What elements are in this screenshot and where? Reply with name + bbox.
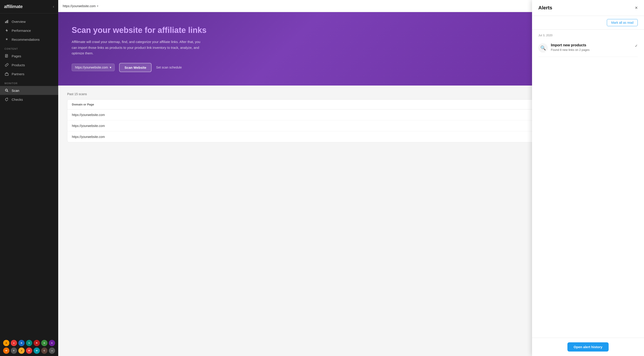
- sidebar-item-label: Pages: [12, 54, 21, 58]
- partner-logo-3[interactable]: B: [18, 340, 25, 346]
- alert-item: 🔍 Import new products Found 8 new links …: [538, 39, 638, 57]
- sidebar-item-label: Overview: [12, 20, 26, 24]
- table-cell-url: https://yourwebsite.com: [72, 135, 599, 138]
- sidebar-item-label: Recommendations: [12, 38, 40, 42]
- app-logo: affilimate: [4, 4, 22, 9]
- table-cell-url: https://yourwebsite.com: [72, 124, 599, 128]
- alert-item-description: Found 8 new links on 2 pages: [551, 48, 632, 52]
- svg-rect-9: [5, 74, 8, 76]
- alert-check-icon: ✓: [635, 44, 638, 48]
- alerts-toolbar: Mark all as read: [532, 16, 644, 30]
- scan-website-button[interactable]: Scan Website: [119, 63, 152, 72]
- sidebar-item-recommendations[interactable]: Recommendations: [0, 35, 58, 44]
- alerts-close-button[interactable]: ×: [635, 5, 638, 11]
- url-chevron-icon: ▾: [97, 4, 98, 8]
- alert-search-icon: 🔍: [538, 43, 548, 52]
- svg-marker-3: [6, 29, 8, 32]
- sidebar-item-label: Partners: [12, 72, 24, 76]
- sidebar-header: affilimate ‹: [0, 0, 58, 14]
- alerts-body: Jul 3, 2020 🔍 Import new products Found …: [532, 30, 644, 338]
- alerts-panel-title: Alerts: [538, 5, 552, 11]
- partner-logo-12[interactable]: M: [34, 348, 40, 354]
- sidebar-item-partners[interactable]: Partners: [0, 70, 58, 78]
- search-icon: [4, 88, 9, 93]
- sidebar-item-scan[interactable]: Scan: [0, 86, 58, 95]
- refresh-icon: [4, 97, 9, 102]
- main-content: https://yourwebsite.com ▾ Scan your webs…: [58, 0, 644, 356]
- partner-logos-container: A e B S R G C W F J R M C •••: [0, 338, 58, 356]
- sidebar-collapse-button[interactable]: ‹: [53, 4, 54, 9]
- partner-logo-8[interactable]: W: [3, 348, 10, 354]
- alerts-footer: Open alert history: [532, 338, 644, 356]
- lightning-icon: [4, 28, 9, 33]
- sidebar-item-products[interactable]: Products: [0, 60, 58, 70]
- content-section-label: CONTENT: [0, 44, 58, 52]
- bar-chart-icon: [4, 19, 9, 24]
- sidebar-item-label: Checks: [12, 98, 23, 102]
- hero-description: Affilimate will crawl your sitemap, find…: [72, 39, 206, 56]
- set-scan-schedule-link[interactable]: Set scan schedule: [156, 66, 182, 69]
- alerts-panel: Alerts × Mark all as read Jul 3, 2020 🔍 …: [532, 0, 644, 356]
- sidebar-item-label: Products: [12, 63, 25, 67]
- svg-rect-2: [8, 20, 8, 23]
- url-dropdown-chevron-icon: ▾: [110, 66, 111, 69]
- open-alert-history-button[interactable]: Open alert history: [568, 342, 608, 352]
- partner-logo-11[interactable]: R: [26, 348, 32, 354]
- alerts-header: Alerts ×: [532, 0, 644, 16]
- partner-logo-7[interactable]: C: [49, 340, 55, 346]
- url-selector[interactable]: https://yourwebsite.com ▾: [63, 4, 98, 8]
- partner-logo-4[interactable]: S: [26, 340, 32, 346]
- alert-item-title: Import new products: [551, 43, 632, 47]
- sidebar-item-label: Performance: [12, 29, 31, 32]
- svg-rect-0: [5, 22, 6, 23]
- sidebar-item-overview[interactable]: Overview: [0, 17, 58, 26]
- sidebar: affilimate ‹ Overview Performance Recomm…: [0, 0, 58, 356]
- monitor-section-label: MONITOR: [0, 78, 58, 86]
- partner-logo-amazon[interactable]: A: [3, 340, 10, 346]
- svg-point-10: [5, 89, 8, 91]
- sidebar-item-label: Scan: [12, 89, 19, 92]
- partner-logo-2[interactable]: e: [11, 340, 17, 346]
- partner-logo-10[interactable]: J: [18, 348, 25, 354]
- link-icon: [4, 63, 9, 67]
- partner-logo-13[interactable]: C: [41, 348, 48, 354]
- sidebar-item-checks[interactable]: Checks: [0, 95, 58, 104]
- partner-logo-more[interactable]: •••: [49, 348, 55, 354]
- url-dropdown[interactable]: https://yourwebsite.com ▾: [72, 64, 115, 71]
- partner-logo-6[interactable]: G: [41, 340, 48, 346]
- partner-logo-5[interactable]: R: [34, 340, 40, 346]
- svg-rect-1: [6, 20, 7, 23]
- table-cell-url: https://yourwebsite.com: [72, 113, 599, 117]
- pages-icon: [4, 54, 9, 58]
- column-header-domain: Domain or Page: [72, 103, 599, 106]
- alert-content: Import new products Found 8 new links on…: [551, 43, 632, 52]
- sidebar-item-performance[interactable]: Performance: [0, 26, 58, 35]
- svg-line-11: [7, 91, 8, 92]
- url-text: https://yourwebsite.com: [63, 4, 96, 8]
- briefcase-icon: [4, 72, 9, 76]
- alerts-date-label: Jul 3, 2020: [538, 30, 638, 39]
- star-icon: [4, 37, 9, 42]
- mark-all-read-button[interactable]: Mark all as read: [607, 19, 638, 26]
- partner-logo-9[interactable]: F: [11, 348, 17, 354]
- sidebar-navigation: Overview Performance Recommendations CON…: [0, 14, 58, 338]
- sidebar-item-pages[interactable]: Pages: [0, 52, 58, 60]
- url-dropdown-value: https://yourwebsite.com: [75, 66, 108, 69]
